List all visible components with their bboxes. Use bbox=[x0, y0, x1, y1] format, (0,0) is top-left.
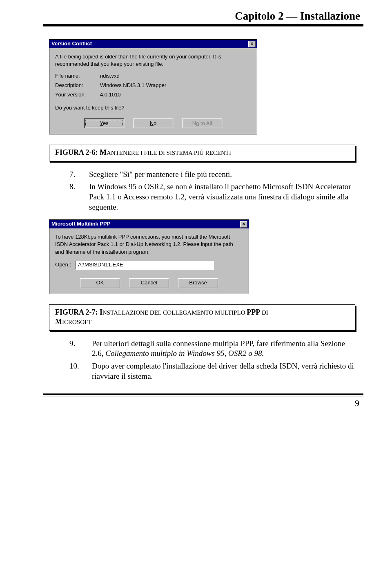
list-item-9: 9. Per ulteriori dettagli sulla connessi… bbox=[69, 339, 357, 359]
list-item-8: 8. In Windows 95 o OSR2, se non è instal… bbox=[69, 182, 357, 212]
dialog2-buttons: OK Cancel Browse bbox=[55, 276, 243, 289]
no-button-hotkey: N bbox=[150, 120, 154, 126]
list-item-10: 10. Dopo aver completato l'installazione… bbox=[69, 361, 357, 381]
ok-button[interactable]: OK bbox=[80, 278, 120, 288]
item7-text: Scegliere "Sì" per mantenere i file più … bbox=[89, 170, 232, 180]
dialog-multilink-ppp: Microsoft Multilink PPP × To have 128Kbp… bbox=[49, 219, 249, 294]
close-icon[interactable]: × bbox=[240, 221, 247, 228]
caption2-line2-prefix: M bbox=[55, 317, 62, 326]
item8-num: 8. bbox=[69, 182, 82, 212]
yes-button-hotkey: Y bbox=[100, 120, 102, 126]
dialog1-titlebar: Version Conflict × bbox=[49, 40, 257, 48]
dialog2-body: To have 128Kbps multilink PPP connection… bbox=[49, 228, 249, 294]
value-file-name: ndis.vxd bbox=[100, 73, 251, 80]
dialog2-titlebar: Microsoft Multilink PPP × bbox=[49, 220, 249, 228]
value-description: Windows NDIS 3.1 Wrapper bbox=[100, 82, 251, 89]
item9-num: 9. bbox=[69, 339, 85, 359]
close-icon[interactable]: × bbox=[248, 41, 256, 47]
item7-num: 7. bbox=[69, 170, 82, 180]
dialog1-info-grid: File name: ndis.vxd Description: Windows… bbox=[55, 73, 251, 98]
chapter-title: Capitolo 2 — Installazione bbox=[43, 9, 363, 23]
browse-button[interactable]: Browse bbox=[178, 278, 218, 288]
item9-text-italic: Collegamento multiplo in Windows 95, OSR… bbox=[105, 349, 264, 358]
no-button[interactable]: No bbox=[133, 118, 173, 128]
label-version: Your version: bbox=[55, 92, 100, 98]
dialog1-prompt: Do you want to keep this file? bbox=[55, 104, 251, 112]
footer-double-rule bbox=[43, 393, 363, 396]
item9-text: Per ulteriori dettagli sulla connessione… bbox=[92, 339, 357, 359]
dialog2-message: To have 128Kbps multilink PPP connection… bbox=[55, 233, 243, 256]
page-number: 9 bbox=[43, 398, 363, 409]
label-file-name: File name: bbox=[55, 73, 100, 80]
caption2-line1-prefix: FIGURA 2-7: I bbox=[55, 308, 102, 316]
figure-caption-2-6: FIGURA 2-6: MANTENERE I FILE DI SISTEMA … bbox=[49, 145, 355, 161]
yes-button[interactable]: Yes bbox=[84, 118, 124, 128]
item10-text: Dopo aver completato l'installazione del… bbox=[92, 361, 357, 381]
notoall-pre: N bbox=[192, 120, 196, 126]
open-row: Open : A:\MSISDN11.EXE bbox=[55, 261, 243, 270]
caption2-line2-rest: ICROSOFT bbox=[62, 319, 92, 325]
value-version: 4.0.1010 bbox=[100, 92, 251, 98]
item8-text: In Windows 95 o OSR2, se non è installat… bbox=[89, 182, 357, 212]
label-description: Description: bbox=[55, 82, 100, 89]
caption2-line1-rest: NSTALLAZIONE DEL COLLEGAMENTO MULTIPLO bbox=[102, 309, 247, 316]
dialog1-body: A file being copied is older than the fi… bbox=[49, 48, 257, 134]
ordered-list-1: 7. Scegliere "Sì" per mantenere i file p… bbox=[69, 170, 357, 212]
ordered-list-2: 9. Per ulteriori dettagli sulla connessi… bbox=[69, 339, 357, 382]
caption1-rest: ANTENERE I FILE DI SISTEMA PIÙ RECENTI bbox=[107, 150, 231, 156]
list-item-7: 7. Scegliere "Sì" per mantenere i file p… bbox=[69, 170, 357, 180]
cancel-button[interactable]: Cancel bbox=[129, 278, 169, 288]
notoall-button[interactable]: No to All bbox=[182, 118, 222, 128]
caption1-prefix: FIGURA 2-6: M bbox=[55, 148, 107, 156]
yes-button-text: es bbox=[103, 120, 109, 126]
caption2-line1-trail: DI bbox=[260, 309, 268, 316]
open-hotkey: O bbox=[55, 262, 59, 268]
figure-caption-2-7: FIGURA 2-7: INSTALLAZIONE DEL COLLEGAMEN… bbox=[49, 304, 355, 331]
open-rest: pen : bbox=[59, 262, 71, 268]
header-double-rule bbox=[43, 24, 363, 27]
open-label: Open : bbox=[55, 262, 71, 268]
notoall-post: to All bbox=[199, 120, 212, 126]
caption2-line1-bold: PPP bbox=[247, 308, 260, 316]
dialog1-buttons: Yes No No to All bbox=[55, 116, 251, 129]
item10-num: 10. bbox=[69, 361, 85, 381]
dialog-version-conflict: Version Conflict × A file being copied i… bbox=[49, 39, 257, 134]
dialog1-title: Version Conflict bbox=[51, 40, 92, 47]
dialog1-message: A file being copied is older than the fi… bbox=[55, 53, 251, 68]
dialog2-title: Microsoft Multilink PPP bbox=[51, 221, 110, 228]
no-button-text: o bbox=[154, 120, 156, 126]
open-input[interactable]: A:\MSISDN11.EXE bbox=[75, 261, 214, 270]
